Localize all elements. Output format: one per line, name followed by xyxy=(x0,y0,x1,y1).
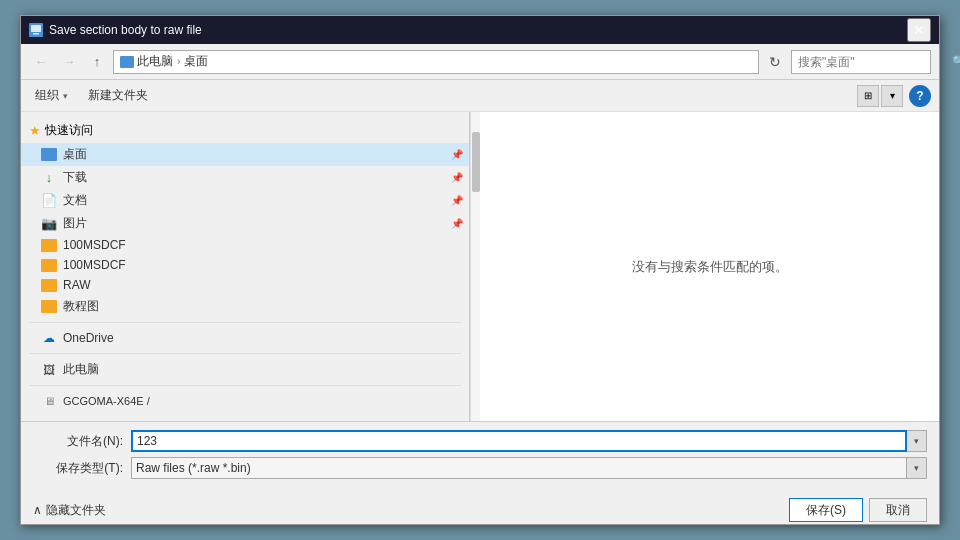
filetype-select[interactable]: Raw files (*.raw *.bin) xyxy=(131,457,907,479)
computer-folder-icon xyxy=(120,56,134,68)
quick-access-header[interactable]: ★ 快速访问 xyxy=(21,116,469,143)
filename-dropdown-button[interactable]: ▾ xyxy=(907,430,927,452)
help-button[interactable]: ? xyxy=(909,85,931,107)
bottom-bar: 文件名(N): ▾ 保存类型(T): Raw files (*.raw *.bi… xyxy=(21,421,939,492)
search-icon: 🔍 xyxy=(952,55,960,68)
view-icon-button[interactable]: ⊞ xyxy=(857,85,879,107)
filename-input[interactable] xyxy=(131,430,907,452)
folder-icon-1 xyxy=(41,239,57,252)
pin-icon-documents: 📌 xyxy=(451,195,463,206)
navigation-toolbar: ← → ↑ 此电脑 › 桌面 ↻ 🔍 xyxy=(21,44,939,80)
view-icon: ⊞ xyxy=(864,90,872,101)
filename-row: 文件名(N): ▾ xyxy=(33,430,927,452)
empty-message: 没有与搜索条件匹配的项。 xyxy=(632,258,788,276)
sidebar-folder4-label: 教程图 xyxy=(63,298,99,315)
hidden-folder-toggle[interactable]: ∧ 隐藏文件夹 xyxy=(33,502,106,519)
address-desktop-label: 桌面 xyxy=(184,53,208,70)
organize-button[interactable]: 组织 ▾ xyxy=(29,85,74,106)
address-bar[interactable]: 此电脑 › 桌面 xyxy=(113,50,759,74)
sidebar-wrapper: ★ 快速访问 桌面 📌 ↓ 下载 📌 📄 文档 xyxy=(21,112,480,421)
network-icon: 🖥 xyxy=(41,393,57,409)
organize-arrow: ▾ xyxy=(63,91,68,101)
view-controls: ⊞ ▾ ? xyxy=(857,85,931,107)
cancel-button[interactable]: 取消 xyxy=(869,498,927,522)
download-icon: ↓ xyxy=(41,170,57,186)
sidebar-item-folder1[interactable]: 100MSDCF xyxy=(21,235,469,255)
divider-1 xyxy=(29,322,461,323)
filename-label: 文件名(N): xyxy=(33,433,123,450)
sidebar-folder2-label: 100MSDCF xyxy=(63,258,126,272)
toggle-icon: ∧ xyxy=(33,503,42,517)
organize-label: 组织 xyxy=(35,87,59,104)
sidebar-pictures-label: 图片 xyxy=(63,215,87,232)
close-button[interactable]: ✕ xyxy=(907,18,931,42)
address-segment-computer: 此电脑 xyxy=(120,53,173,70)
content-area[interactable]: 没有与搜索条件匹配的项。 xyxy=(480,112,939,421)
sidebar-downloads-label: 下载 xyxy=(63,169,87,186)
address-segment-desktop: 桌面 xyxy=(184,53,208,70)
filetype-dropdown-button[interactable]: ▾ xyxy=(907,457,927,479)
doc-icon: 📄 xyxy=(41,193,57,209)
sidebar-item-pictures[interactable]: 📷 图片 📌 xyxy=(21,212,469,235)
filetype-row: 保存类型(T): Raw files (*.raw *.bin) ▾ xyxy=(33,457,927,479)
star-icon: ★ xyxy=(29,123,41,138)
command-bar: 组织 ▾ 新建文件夹 ⊞ ▾ ? xyxy=(21,80,939,112)
search-bar[interactable]: 🔍 xyxy=(791,50,931,74)
sidebar-item-network[interactable]: 🖥 GCGOMA-X64E / xyxy=(21,390,469,412)
save-dialog: Save section body to raw file ✕ ← → ↑ 此电… xyxy=(20,15,940,525)
sidebar-network-label: GCGOMA-X64E / xyxy=(63,395,150,407)
dialog-icon xyxy=(29,23,43,37)
pin-icon-downloads: 📌 xyxy=(451,172,463,183)
divider-3 xyxy=(29,385,461,386)
sidebar-scrollbar-thumb xyxy=(472,132,480,192)
sidebar-item-onedrive[interactable]: ☁ OneDrive xyxy=(21,327,469,349)
onedrive-icon: ☁ xyxy=(41,330,57,346)
sidebar-desktop-label: 桌面 xyxy=(63,146,87,163)
sidebar-item-desktop[interactable]: 桌面 📌 xyxy=(21,143,469,166)
sidebar-item-downloads[interactable]: ↓ 下载 📌 xyxy=(21,166,469,189)
sidebar-item-computer[interactable]: 🖼 此电脑 xyxy=(21,358,469,381)
refresh-button[interactable]: ↻ xyxy=(763,50,787,74)
sidebar-folder3-label: RAW xyxy=(63,278,91,292)
folder-icon-3 xyxy=(41,279,57,292)
breadcrumb-arrow-1: › xyxy=(177,56,180,67)
sidebar-folder1-label: 100MSDCF xyxy=(63,238,126,252)
hidden-folder-label: 隐藏文件夹 xyxy=(46,502,106,519)
sidebar: ★ 快速访问 桌面 📌 ↓ 下载 📌 📄 文档 xyxy=(21,112,470,421)
forward-button[interactable]: → xyxy=(57,50,81,74)
sidebar-item-folder3[interactable]: RAW xyxy=(21,275,469,295)
sidebar-computer-label: 此电脑 xyxy=(63,361,99,378)
view-arrow-button[interactable]: ▾ xyxy=(881,85,903,107)
view-arrow-icon: ▾ xyxy=(890,90,895,101)
pin-icon-desktop: 📌 xyxy=(451,149,463,160)
back-button[interactable]: ← xyxy=(29,50,53,74)
search-input[interactable] xyxy=(798,55,948,69)
pin-icon-pictures: 📌 xyxy=(451,218,463,229)
svg-rect-2 xyxy=(33,33,39,35)
sidebar-item-folder2[interactable]: 100MSDCF xyxy=(21,255,469,275)
img-icon: 📷 xyxy=(41,216,57,232)
computer-icon: 🖼 xyxy=(41,362,57,378)
save-button[interactable]: 保存(S) xyxy=(789,498,863,522)
dialog-title: Save section body to raw file xyxy=(49,23,907,37)
svg-rect-1 xyxy=(31,25,41,32)
sidebar-onedrive-label: OneDrive xyxy=(63,331,114,345)
divider-2 xyxy=(29,353,461,354)
buttons-row: 保存(S) 取消 xyxy=(789,498,927,522)
filetype-label: 保存类型(T): xyxy=(33,460,123,477)
address-computer-label: 此电脑 xyxy=(137,53,173,70)
sidebar-item-folder4[interactable]: 教程图 xyxy=(21,295,469,318)
action-bar: ∧ 隐藏文件夹 保存(S) 取消 xyxy=(21,492,939,524)
up-button[interactable]: ↑ xyxy=(85,50,109,74)
folder-icon-2 xyxy=(41,259,57,272)
desktop-folder-icon xyxy=(41,148,57,161)
sidebar-item-documents[interactable]: 📄 文档 📌 xyxy=(21,189,469,212)
filetype-value: Raw files (*.raw *.bin) xyxy=(136,461,902,475)
sidebar-scrollbar[interactable] xyxy=(470,112,480,421)
quick-access-label: 快速访问 xyxy=(45,122,93,139)
folder-icon-4 xyxy=(41,300,57,313)
new-folder-button[interactable]: 新建文件夹 xyxy=(82,85,154,106)
new-folder-label: 新建文件夹 xyxy=(88,87,148,104)
main-area: ★ 快速访问 桌面 📌 ↓ 下载 📌 📄 文档 xyxy=(21,112,939,421)
sidebar-documents-label: 文档 xyxy=(63,192,87,209)
